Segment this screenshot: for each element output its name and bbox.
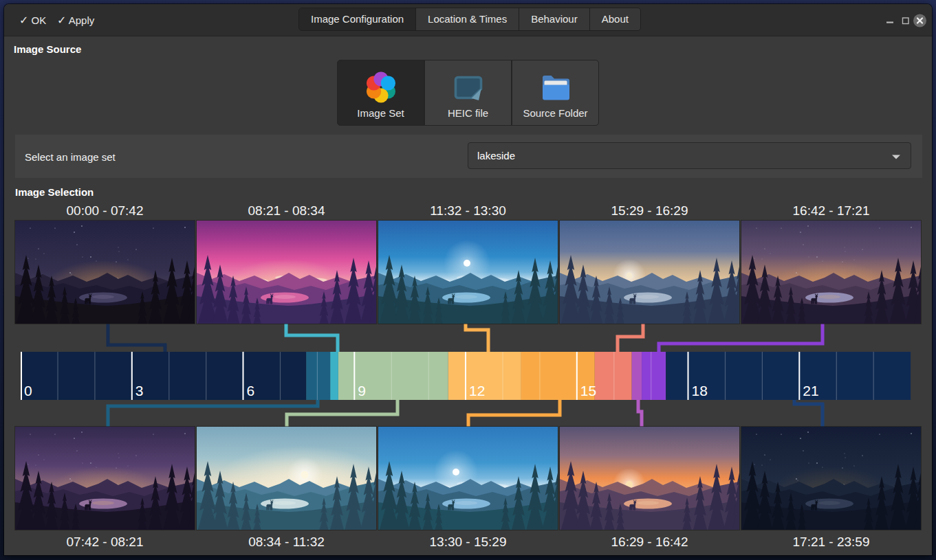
svg-text:6: 6 bbox=[247, 383, 255, 399]
svg-text:3: 3 bbox=[135, 383, 144, 399]
svg-text:0: 0 bbox=[24, 383, 32, 399]
svg-text:15: 15 bbox=[580, 383, 596, 399]
svg-text:9: 9 bbox=[358, 383, 366, 399]
svg-text:21: 21 bbox=[803, 383, 818, 399]
svg-text:18: 18 bbox=[692, 383, 708, 399]
svg-text:12: 12 bbox=[469, 383, 485, 399]
